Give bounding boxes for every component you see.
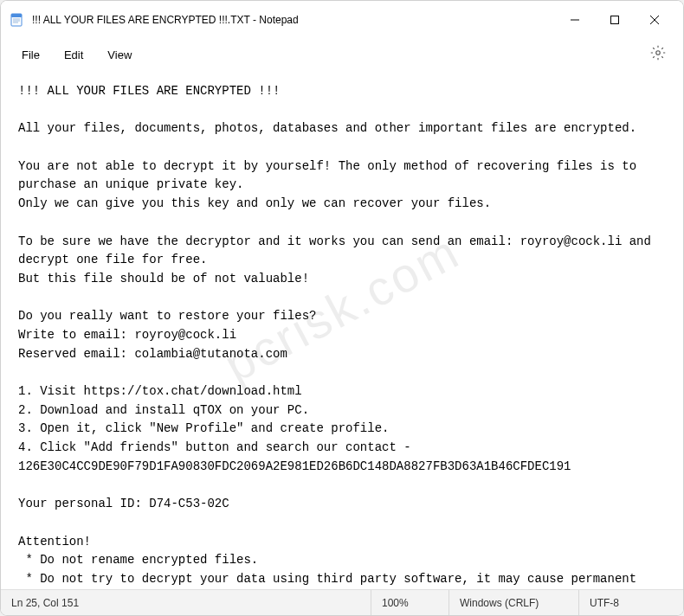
text-area[interactable]: !!! ALL YOUR FILES ARE ENCRYPTED !!! All… — [1, 70, 683, 589]
close-button[interactable] — [635, 1, 674, 39]
notepad-window: !!! ALL YOUR FILES ARE ENCRYPTED !!!.TXT… — [0, 0, 684, 616]
window-controls — [555, 1, 674, 39]
menubar: File Edit View — [1, 39, 683, 70]
status-lineending: Windows (CRLF) — [449, 590, 579, 615]
titlebar: !!! ALL YOUR FILES ARE ENCRYPTED !!!.TXT… — [1, 1, 683, 39]
minimize-button[interactable] — [555, 1, 595, 39]
statusbar: Ln 25, Col 151 100% Windows (CRLF) UTF-8 — [1, 589, 683, 615]
svg-rect-6 — [611, 16, 619, 24]
maximize-button[interactable] — [595, 1, 635, 39]
status-position: Ln 25, Col 151 — [1, 590, 371, 615]
status-zoom: 100% — [371, 590, 449, 615]
svg-point-9 — [656, 51, 661, 55]
settings-button[interactable] — [642, 40, 674, 69]
menu-edit[interactable]: Edit — [52, 43, 95, 67]
menu-view[interactable]: View — [95, 43, 144, 67]
svg-rect-1 — [11, 14, 22, 17]
window-title: !!! ALL YOUR FILES ARE ENCRYPTED !!!.TXT… — [32, 14, 555, 26]
notepad-icon — [10, 11, 23, 29]
status-encoding: UTF-8 — [579, 590, 683, 615]
menu-file[interactable]: File — [10, 43, 52, 67]
